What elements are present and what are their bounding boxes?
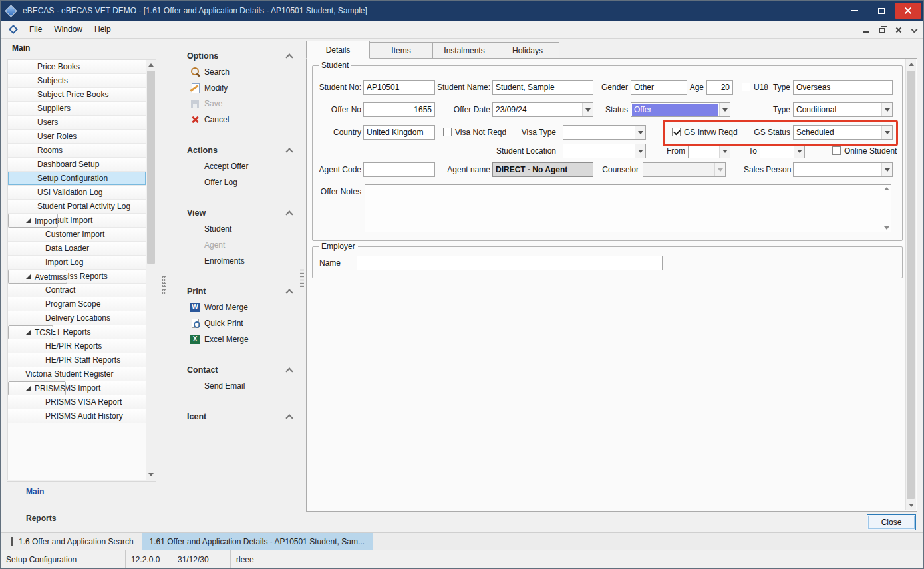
from-combo[interactable] — [688, 144, 730, 158]
student-location-combo[interactable] — [563, 144, 646, 158]
mdi-close-button[interactable] — [894, 25, 903, 35]
offer-log-button[interactable]: Offer Log — [187, 175, 295, 190]
country-input[interactable] — [363, 125, 435, 140]
scroll-up-button[interactable] — [906, 59, 916, 69]
tab-instalments[interactable]: Instalments — [432, 42, 496, 59]
sidebar-item-subject-price-books[interactable]: Subject Price Books — [8, 88, 146, 102]
section-header-options[interactable]: Options — [187, 49, 295, 63]
mdi-restore-button[interactable] — [878, 25, 887, 35]
notes-scroll-up-icon[interactable] — [884, 187, 889, 190]
sidebar-item-usi-validation-log[interactable]: USI Validation Log — [8, 186, 146, 200]
word-merge-button[interactable]: Word Merge — [187, 300, 295, 315]
offer-date-combo[interactable]: 23/09/24 — [492, 102, 593, 117]
tree-expanded-icon[interactable] — [26, 274, 31, 279]
menu-window[interactable]: Window — [48, 21, 88, 38]
offer-notes-input[interactable] — [365, 184, 891, 232]
mdi-minimize-button[interactable] — [862, 25, 871, 35]
sidebar-item-delivery-locations[interactable]: Delivery Locations — [8, 311, 146, 325]
age-input[interactable] — [706, 80, 733, 95]
sidebar-item-suppliers[interactable]: Suppliers — [8, 102, 146, 116]
u18-checkbox[interactable] — [742, 83, 750, 91]
splitter-handle[interactable] — [300, 268, 304, 288]
dropdown-arrow-icon[interactable] — [881, 103, 892, 116]
dropdown-arrow-icon[interactable] — [635, 144, 645, 158]
sidebar-item-prisms[interactable]: PRISMS — [8, 381, 66, 395]
cancel-button[interactable]: Cancel — [187, 112, 295, 127]
tree-expanded-icon[interactable] — [26, 386, 31, 391]
modify-button[interactable]: Modify — [187, 81, 295, 95]
sidebar-item-tcsi[interactable]: TCSI — [8, 325, 53, 339]
section-header-view[interactable]: View — [187, 206, 295, 220]
type-input[interactable] — [793, 80, 893, 95]
gs-status-combo[interactable]: Scheduled — [793, 125, 893, 140]
dropdown-arrow-icon[interactable] — [719, 144, 730, 158]
doc-tab-1-6-offer-and-application-search[interactable]: 1.6 Offer and Application Search — [3, 533, 142, 550]
send-email-button[interactable]: Send Email — [187, 379, 295, 393]
doc-tab-1-61-offer-and-application-details-ap10501-stude[interactable]: 1.61 Offer and Application Details - AP1… — [142, 533, 373, 550]
dropdown-arrow-icon[interactable] — [582, 103, 593, 116]
sidebar-item-dashboard-setup[interactable]: Dashboard Setup — [8, 158, 146, 172]
quick-print-button[interactable]: Quick Print — [187, 316, 295, 331]
window-close-button[interactable] — [895, 3, 921, 19]
sidebar-item-victoria-student-register[interactable]: Victoria Student Register — [8, 367, 146, 381]
student-name-input[interactable] — [492, 80, 593, 95]
tree-expanded-icon[interactable] — [26, 330, 31, 335]
accept-offer-button[interactable]: Accept Offer — [187, 159, 295, 174]
sidebar-scrollbar[interactable] — [146, 60, 156, 480]
sidebar-item-price-books[interactable]: Price Books — [8, 60, 146, 74]
dropdown-arrow-icon[interactable] — [881, 126, 892, 139]
sidebar-item-setup-configuration[interactable]: Setup Configuration — [8, 172, 146, 186]
notes-scroll-down-icon[interactable] — [884, 226, 889, 230]
agent-code-input[interactable] — [363, 162, 435, 177]
sidebar-item-contract[interactable]: Contract — [8, 284, 146, 297]
sidebar-item-rooms[interactable]: Rooms — [8, 144, 146, 158]
to-combo[interactable] — [760, 144, 805, 158]
sidebar-item-customer-import[interactable]: Customer Import — [8, 228, 146, 242]
sidebar-item-user-roles[interactable]: User Roles — [8, 130, 146, 144]
window-maximize-button[interactable] — [868, 3, 895, 19]
sidebar-item-prisms-visa-report[interactable]: PRISMS VISA Report — [8, 395, 146, 409]
sidebar-item-subjects[interactable]: Subjects — [8, 74, 146, 88]
scrollbar-thumb[interactable] — [147, 71, 155, 264]
sidebar-item-import[interactable]: Import — [8, 214, 58, 228]
scrollbar-thumb[interactable] — [907, 71, 915, 499]
sidebar-item-he-pir-staff-reports[interactable]: HE/PIR Staff Reports — [8, 353, 146, 367]
scroll-down-button[interactable] — [906, 500, 916, 510]
student-no-input[interactable] — [363, 80, 435, 95]
sidebar-item-avetmiss[interactable]: Avetmiss — [8, 270, 67, 284]
tab-items[interactable]: Items — [369, 42, 433, 59]
offer-no-input[interactable] — [363, 102, 435, 117]
dropdown-arrow-icon[interactable] — [719, 103, 730, 116]
scroll-up-button[interactable] — [146, 60, 156, 70]
splitter-handle[interactable] — [162, 275, 166, 295]
mdi-expand-button[interactable] — [910, 25, 919, 35]
tab-details[interactable]: Details — [306, 41, 370, 59]
visa-not-reqd-checkbox[interactable] — [443, 128, 452, 136]
nav-section-reports[interactable]: Reports — [7, 508, 156, 528]
status-combo[interactable]: Offer — [631, 102, 730, 117]
nav-section-main[interactable]: Main — [7, 481, 156, 501]
section-header-print[interactable]: Print — [187, 284, 295, 299]
dropdown-arrow-icon[interactable] — [881, 163, 892, 176]
sidebar-item-he-pir-reports[interactable]: HE/PIR Reports — [8, 339, 146, 353]
search-button[interactable]: Search — [187, 65, 295, 79]
menu-help[interactable]: Help — [88, 21, 117, 38]
dropdown-arrow-icon[interactable] — [794, 144, 804, 158]
sidebar-item-program-scope[interactable]: Program Scope — [8, 297, 146, 311]
dropdown-arrow-icon[interactable] — [635, 126, 645, 139]
close-button[interactable]: Close — [867, 514, 916, 530]
section-header-contact[interactable]: Contact — [187, 363, 295, 377]
excel-merge-button[interactable]: Excel Merge — [187, 332, 295, 347]
online-student-checkbox[interactable] — [832, 146, 841, 155]
menu-file[interactable]: File — [23, 21, 48, 38]
sidebar-item-import-log[interactable]: Import Log — [8, 256, 146, 270]
visa-type-combo[interactable] — [563, 125, 646, 140]
sidebar-item-student-portal-activity-log[interactable]: Student Portal Activity Log — [8, 200, 146, 214]
offer-type-combo[interactable]: Conditional — [793, 102, 893, 117]
sidebar-item-prisms-audit-history[interactable]: PRISMS Audit History — [8, 409, 146, 423]
sales-person-combo[interactable] — [793, 162, 893, 177]
window-minimize-button[interactable] — [842, 3, 868, 19]
employer-name-input[interactable] — [357, 256, 663, 270]
student-button[interactable]: Student — [187, 222, 295, 236]
sidebar-item-users[interactable]: Users — [8, 116, 146, 130]
